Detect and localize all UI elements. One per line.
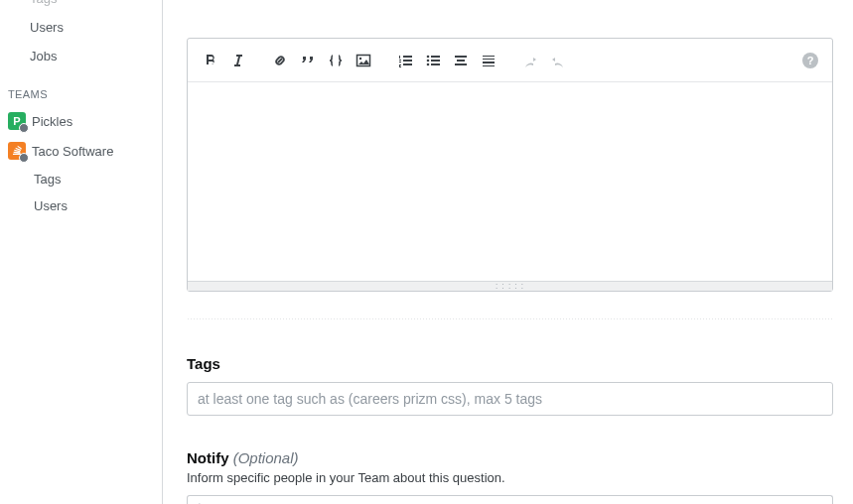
code-button[interactable]: [327, 52, 345, 69]
sidebar-item-label: Tags: [34, 172, 61, 187]
resize-dots-icon: · · · · ·· · · · ·: [496, 283, 524, 291]
redo-button[interactable]: [549, 52, 567, 69]
editor-resize-handle[interactable]: · · · · ·· · · · ·: [188, 281, 832, 291]
quote-icon: [299, 52, 317, 69]
sidebar-item-users[interactable]: Users: [0, 13, 162, 42]
code-icon: [327, 52, 345, 69]
main-content: ? · · · · ·· · · · · Tags Notify (Option…: [163, 0, 853, 504]
sidebar-team-sub-users[interactable]: Users: [0, 192, 162, 219]
sidebar-item-jobs[interactable]: Jobs: [0, 42, 162, 70]
sidebar-team-taco[interactable]: Taco Software: [0, 136, 162, 166]
shield-icon: [19, 153, 29, 163]
notify-input[interactable]: [187, 495, 833, 504]
undo-button[interactable]: [521, 52, 539, 69]
heading-button[interactable]: [452, 52, 470, 69]
team-name-label: Pickles: [32, 114, 72, 129]
redo-icon: [549, 52, 567, 69]
editor-toolbar: ?: [188, 39, 832, 82]
undo-icon: [521, 52, 539, 69]
tags-section: Tags: [187, 355, 833, 416]
svg-point-1: [359, 57, 361, 59]
editor: ? · · · · ·· · · · ·: [187, 38, 833, 292]
hr-button[interactable]: [480, 52, 498, 69]
svg-point-2: [427, 55, 430, 58]
bold-button[interactable]: [202, 52, 219, 69]
ordered-list-button[interactable]: [396, 52, 414, 69]
team-icon-taco: [8, 142, 26, 160]
sidebar-item-label: Users: [30, 20, 64, 35]
sidebar-item-label: Jobs: [30, 49, 57, 63]
image-icon: [355, 52, 372, 69]
svg-point-4: [427, 63, 430, 65]
sidebar-teams-heading: TEAMS: [0, 70, 162, 106]
editor-help-button[interactable]: ?: [802, 53, 818, 68]
italic-icon: [229, 52, 247, 69]
section-divider: [187, 317, 833, 321]
sidebar-item-label: Tags: [30, 0, 57, 6]
bold-icon: [202, 52, 219, 69]
unordered-list-icon: [424, 52, 442, 69]
sidebar: Tags Users Jobs TEAMS P Pickles Taco Sof…: [0, 0, 163, 504]
sidebar-item-tags[interactable]: Tags: [0, 0, 162, 13]
sidebar-team-sub-tags[interactable]: Tags: [0, 166, 162, 192]
sidebar-item-label: Users: [34, 198, 68, 213]
tags-input[interactable]: [187, 382, 833, 416]
notify-optional-text: (Optional): [233, 449, 299, 466]
tags-label: Tags: [187, 355, 833, 372]
notify-label: Notify (Optional): [187, 449, 833, 466]
notify-description: Inform specific people in your Team abou…: [187, 470, 833, 485]
quote-button[interactable]: [299, 52, 317, 69]
italic-button[interactable]: [229, 52, 247, 69]
heading-icon: [452, 52, 470, 69]
team-name-label: Taco Software: [32, 144, 113, 159]
editor-textarea[interactable]: [188, 82, 832, 281]
unordered-list-button[interactable]: [424, 52, 442, 69]
svg-point-3: [427, 59, 430, 62]
hr-icon: [480, 52, 498, 69]
shield-icon: [19, 123, 29, 133]
team-icon-pickles: P: [8, 112, 26, 130]
link-button[interactable]: [271, 52, 289, 69]
link-icon: [271, 52, 289, 69]
ordered-list-icon: [396, 52, 414, 69]
notify-label-text: Notify: [187, 449, 229, 466]
notify-section: Notify (Optional) Inform specific people…: [187, 449, 833, 504]
image-button[interactable]: [355, 52, 372, 69]
sidebar-team-pickles[interactable]: P Pickles: [0, 106, 162, 136]
